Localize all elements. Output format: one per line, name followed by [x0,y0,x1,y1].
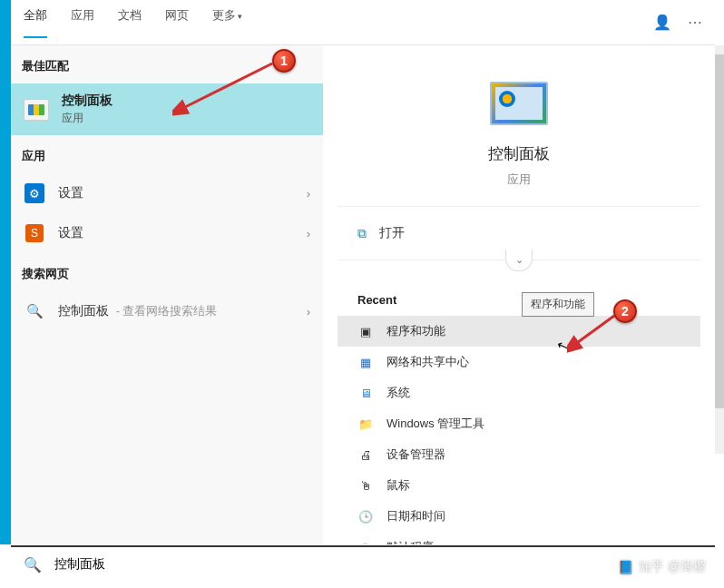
tab-web[interactable]: 网页 [165,7,189,38]
chevron-right-icon: › [307,187,310,201]
clock-icon: 🕒 [357,508,374,524]
defaults-icon: ⚙ [357,539,374,544]
annotation-badge-1: 1 [272,49,296,73]
gear-icon: ⚙ [24,183,44,203]
programs-icon: ▣ [357,323,374,339]
recent-item-devmgr[interactable]: 🖨设备管理器 [338,439,700,470]
control-panel-icon [24,99,49,121]
recent-item-defaults[interactable]: ⚙默认程序 [338,532,700,544]
chevron-right-icon: › [307,227,310,240]
tab-docs[interactable]: 文档 [118,7,142,38]
apps-header: 应用 [11,135,323,173]
recent-item-mouse[interactable]: 🖱鼠标 [338,470,700,501]
annotation-badge-2: 2 [613,299,637,323]
folder-icon: 📁 [357,416,374,432]
recent-item-network[interactable]: ▦网络和共享中心 [338,347,700,377]
tab-all[interactable]: 全部 [24,7,47,38]
sogou-icon: S [25,224,44,242]
recent-item-programs[interactable]: ▣程序和功能 [338,316,700,347]
more-options-icon[interactable]: ⋯ [688,14,702,31]
search-icon: 🔍 [24,300,45,322]
top-tabs-bar: 全部 应用 文档 网页 更多▾ 👤 ⋯ [11,0,715,45]
detail-title: 控制面板 [338,143,700,164]
control-panel-large-icon [490,82,548,125]
annotation-arrow-1 [172,59,281,122]
scrollbar-thumb[interactable] [715,54,724,408]
chevron-right-icon: › [307,305,310,318]
best-match-title: 控制面板 [62,93,113,109]
detail-panel: 控制面板 应用 ⧉ 打开 ⌄ Recent ▣程序和功能 ▦网络和共享中心 🖥系… [323,45,715,544]
web-search-item[interactable]: 🔍 控制面板 - 查看网络搜索结果 › [11,291,323,331]
tab-more[interactable]: 更多▾ [212,7,242,38]
system-icon: 🖥 [357,385,374,401]
svg-line-1 [574,316,614,345]
zhihu-icon: 📘 [618,560,633,574]
search-input[interactable] [54,557,702,572]
search-icon: 🔍 [24,556,42,573]
app-settings-win[interactable]: ⚙ 设置 › [11,173,323,213]
recent-item-wintools[interactable]: 📁Windows 管理工具 [338,408,700,439]
device-icon: 🖨 [357,446,374,463]
open-icon: ⧉ [357,226,367,241]
expand-chevron[interactable]: ⌄ [505,250,533,271]
detail-subtitle: 应用 [338,172,700,188]
watermark: 📘 知乎 @薄樱 [618,559,706,575]
svg-line-0 [181,64,272,109]
annotation-arrow-2 [567,312,621,353]
network-icon: ▦ [357,354,374,370]
recent-header: Recent [338,271,700,316]
recent-item-datetime[interactable]: 🕒日期和时间 [338,501,700,532]
tab-apps[interactable]: 应用 [71,7,94,38]
best-match-subtitle: 应用 [62,111,113,126]
recent-item-system[interactable]: 🖥系统 [338,377,700,408]
mouse-icon: 🖱 [357,477,374,494]
search-bar[interactable]: 🔍 [11,545,715,582]
app-settings-sogou[interactable]: S 设置 › [11,213,323,253]
feedback-icon[interactable]: 👤 [653,14,671,31]
web-search-header: 搜索网页 [11,253,323,291]
